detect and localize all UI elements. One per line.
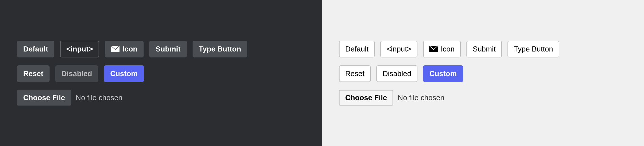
light-row-2: Reset Disabled Custom (339, 65, 463, 82)
envelope-icon-light (429, 46, 438, 52)
dark-no-file-label: No file chosen (76, 93, 122, 102)
envelope-icon (111, 46, 120, 52)
dark-type-button[interactable]: Type Button (193, 41, 248, 57)
light-panel: Default <input> Icon Submit Type Button … (322, 0, 644, 146)
dark-submit-button[interactable]: Submit (149, 41, 187, 57)
light-file-row: Choose File No file chosen (339, 90, 444, 106)
light-no-file-label: No file chosen (398, 93, 444, 102)
light-reset-button[interactable]: Reset (339, 65, 371, 82)
light-custom-button[interactable]: Custom (423, 65, 463, 82)
light-submit-button[interactable]: Submit (466, 41, 502, 57)
dark-icon-button-label: Icon (122, 45, 137, 53)
light-row-1: Default <input> Icon Submit Type Button (339, 41, 559, 57)
dark-default-button[interactable]: Default (17, 41, 54, 57)
dark-file-row: Choose File No file chosen (17, 90, 122, 106)
light-disabled-button: Disabled (376, 65, 417, 82)
dark-disabled-button: Disabled (55, 65, 98, 82)
light-choose-file-button[interactable]: Choose File (339, 90, 393, 106)
dark-choose-file-button[interactable]: Choose File (17, 90, 71, 106)
light-icon-button[interactable]: Icon (423, 41, 461, 57)
dark-custom-button[interactable]: Custom (104, 65, 144, 82)
light-type-button[interactable]: Type Button (507, 41, 559, 57)
dark-input-button[interactable]: <input> (60, 41, 99, 57)
light-icon-button-label: Icon (441, 45, 455, 53)
dark-row-1: Default <input> Icon Submit Type Button (17, 41, 247, 57)
dark-reset-button[interactable]: Reset (17, 65, 50, 82)
dark-row-2: Reset Disabled Custom (17, 65, 144, 82)
light-input-button[interactable]: <input> (380, 41, 417, 57)
dark-icon-button[interactable]: Icon (105, 41, 144, 57)
dark-panel: Default <input> Icon Submit Type Button … (0, 0, 322, 146)
light-default-button[interactable]: Default (339, 41, 375, 57)
